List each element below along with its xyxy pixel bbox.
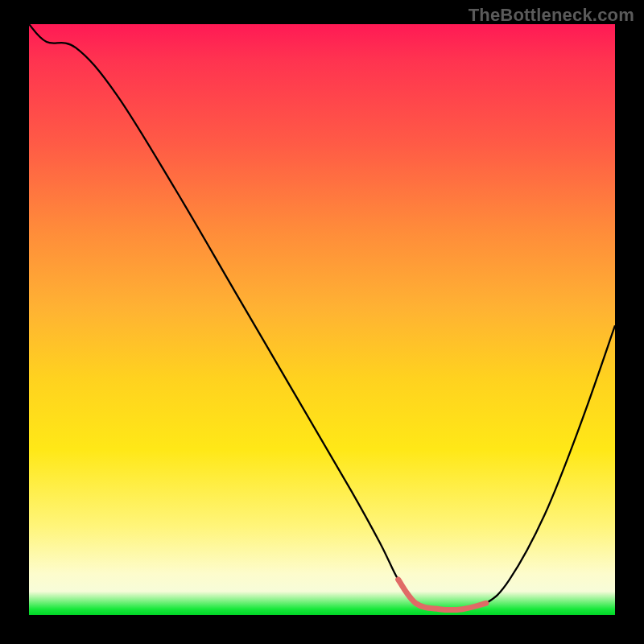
optimal-trough-highlight: [398, 580, 486, 610]
bottleneck-curve: [29, 24, 615, 610]
plot-area: [29, 24, 615, 615]
curve-svg: [29, 24, 615, 615]
chart-frame: TheBottleneck.com: [0, 0, 644, 644]
watermark-text: TheBottleneck.com: [469, 5, 634, 26]
